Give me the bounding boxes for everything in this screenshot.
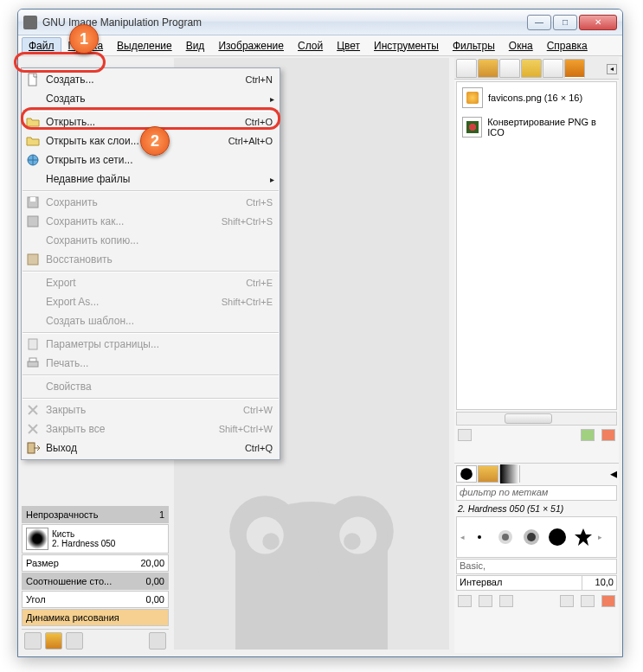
tab-images-icon[interactable] (564, 59, 585, 78)
menu-tools[interactable]: Инструменты (367, 37, 446, 54)
ratio-label: Соотношение сто... (26, 576, 112, 586)
brush-grid[interactable]: ◂ ▸ (456, 516, 617, 558)
right-dock-footer (454, 427, 619, 443)
reset-options-icon[interactable] (149, 632, 166, 650)
menu-item-create-template[interactable]: Создать шаблон... (22, 311, 280, 330)
menu-windows[interactable]: Окна (502, 37, 540, 54)
save-options-icon[interactable] (24, 632, 42, 650)
menu-view[interactable]: Вид (179, 37, 212, 54)
list-item[interactable]: favicons.png (16 × 16) (462, 87, 611, 108)
close-button[interactable]: ✕ (579, 15, 617, 30)
image-thumb-icon (462, 117, 482, 138)
menu-item-print[interactable]: Печать... (22, 354, 280, 373)
svg-point-12 (527, 533, 536, 541)
brush-name-label: 2. Hardness 050 (51 × 51) (454, 502, 619, 515)
menu-item-create[interactable]: Создать (22, 89, 280, 108)
ratio-row[interactable]: Соотношение сто... 0,00 (22, 573, 169, 590)
open-as-image-icon[interactable] (581, 595, 595, 607)
menu-image[interactable]: Изображение (211, 37, 291, 54)
badge-1: 1 (69, 24, 99, 54)
list-item[interactable]: Конвертирование PNG в ICO (462, 117, 611, 138)
size-row[interactable]: Размер 20,00 (22, 554, 169, 572)
brush-item-icon[interactable] (468, 526, 491, 548)
expand-brush-dock-icon[interactable]: ◂ (610, 465, 617, 483)
svg-marker-14 (575, 528, 592, 546)
duplicate-brush-icon[interactable] (499, 595, 513, 607)
reload-options-icon[interactable] (45, 632, 62, 650)
brush-item-icon[interactable] (520, 526, 543, 548)
dynamics-row[interactable]: Динамика рисования (22, 609, 169, 626)
image-name: Конвертирование PNG в ICO (487, 117, 611, 138)
refresh-brushes-icon[interactable] (560, 595, 574, 607)
brush-row[interactable]: Кисть 2. Hardness 050 (22, 524, 169, 554)
tab-undo-icon[interactable] (521, 59, 542, 78)
menu-item-save-as[interactable]: Сохранить как...Shift+Ctrl+S (22, 212, 280, 231)
menu-item-properties[interactable]: Свойства (22, 377, 280, 396)
interval-row[interactable]: Интервал 10,0 (456, 575, 617, 591)
left-dock-footer (22, 629, 169, 653)
new-display-icon[interactable] (581, 429, 595, 441)
menu-item-close-all[interactable]: Закрыть всеShift+Ctrl+W (22, 419, 280, 438)
opacity-row[interactable]: Непрозрачность 1 (22, 506, 169, 523)
menu-select[interactable]: Выделение (110, 37, 179, 54)
menu-item-close[interactable]: ЗакрытьCtrl+W (22, 400, 280, 419)
expand-dock-icon[interactable]: ◂ (607, 64, 617, 74)
save-icon (26, 195, 40, 209)
edit-brush-icon[interactable] (458, 595, 472, 607)
angle-row[interactable]: Угол 0,00 (22, 591, 169, 608)
menu-separator (23, 190, 279, 191)
raise-icon[interactable] (458, 429, 472, 441)
window-title: GNU Image Manipulation Program (42, 16, 527, 29)
menu-item-save-copy[interactable]: Сохранить копию... (22, 231, 280, 250)
menu-item-revert[interactable]: Восстановить (22, 250, 280, 269)
menu-item-export-as[interactable]: Export As...Shift+Ctrl+E (22, 292, 280, 311)
tag-filter-input[interactable]: фильтр по меткам (456, 485, 617, 501)
svg-rect-20 (28, 254, 38, 265)
minimize-button[interactable]: — (527, 15, 551, 30)
right-dock-tabs: ◂ (454, 57, 619, 80)
menu-separator (23, 332, 279, 333)
globe-icon (26, 153, 40, 167)
tab-paths-icon[interactable] (499, 59, 520, 78)
menu-item-export[interactable]: ExportCtrl+E (22, 273, 280, 292)
tab-history-icon[interactable] (543, 59, 563, 78)
menu-layer[interactable]: Слой (291, 37, 330, 54)
menu-item-page-setup[interactable]: Параметры страницы... (22, 335, 280, 354)
delete-brush-icon[interactable] (601, 595, 615, 607)
svg-rect-7 (500, 464, 519, 483)
delete-icon[interactable] (601, 429, 615, 441)
angle-value: 0,00 (146, 594, 164, 605)
menu-help[interactable]: Справка (540, 37, 595, 54)
menu-color[interactable]: Цвет (330, 37, 367, 54)
brush-item-icon[interactable] (572, 526, 595, 548)
tab-layers-icon[interactable] (456, 59, 477, 78)
horizontal-scrollbar[interactable] (456, 412, 617, 426)
tab-channels-icon[interactable] (478, 59, 498, 78)
new-brush-icon[interactable] (479, 595, 492, 607)
tab-gradient-icon[interactable] (499, 465, 520, 483)
tab-brush-icon[interactable] (456, 465, 477, 483)
menu-item-save[interactable]: СохранитьCtrl+S (22, 193, 280, 212)
brush-value: 2. Hardness 050 (52, 539, 164, 548)
brush-dock-tabs: ◂ (454, 464, 619, 484)
save-icon (26, 214, 40, 228)
svg-rect-18 (30, 197, 35, 202)
brush-item-icon[interactable] (546, 526, 569, 548)
svg-point-4 (262, 533, 280, 550)
menu-separator (23, 110, 279, 111)
menu-item-quit[interactable]: ВыходCtrl+Q (22, 438, 280, 458)
menu-separator (23, 398, 279, 399)
menu-item-recent[interactable]: Недавние файлы (22, 170, 280, 189)
menu-filters[interactable]: Фильтры (446, 37, 502, 54)
app-icon (23, 16, 37, 29)
svg-rect-22 (28, 362, 38, 367)
brush-item-icon[interactable] (494, 526, 517, 548)
tab-pattern-icon[interactable] (478, 465, 498, 483)
svg-point-10 (502, 534, 509, 541)
brush-tag-input[interactable]: Basic, (456, 559, 617, 574)
maximize-button[interactable]: □ (553, 15, 577, 30)
menu-file[interactable]: Файл (22, 37, 61, 54)
delete-options-icon[interactable] (66, 632, 83, 650)
interval-label: Интервал (456, 575, 582, 591)
menu-item-new[interactable]: Создать...Ctrl+N (22, 70, 280, 89)
